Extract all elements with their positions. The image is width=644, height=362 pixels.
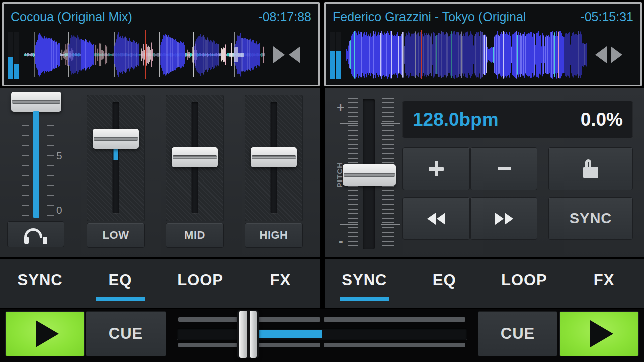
eq-high-slider-handle[interactable] [251,147,297,167]
vu-fill [14,64,19,79]
eq-slider-panel [166,95,224,221]
eq-low-group: LOW [87,95,145,251]
volume-fader-handle[interactable] [11,92,61,112]
eq-high-group: HIGH [245,95,303,251]
fast-forward-icon [495,213,513,225]
tabbar-left: SYNC EQ LOOP FX [0,259,320,308]
cue-button-left[interactable]: CUE [86,311,166,356]
crossfader-handle[interactable] [237,310,259,358]
fader-ticks [47,125,54,216]
tab-label: SYNC [18,271,63,289]
pitch-label: PITCH [325,160,355,190]
pitch-long-tick [381,123,400,124]
vu-bar [14,32,19,79]
sync-button[interactable]: SYNC [548,197,633,240]
arrow-left-icon [289,46,300,63]
bpm-value: 128.0bpm [413,109,499,130]
vu-meter-left [8,32,19,79]
active-tab-underline [340,297,389,301]
playhead-left [145,30,146,79]
deck-left: Cocoua (Original Mix) -08:17:88 [2,2,320,86]
waveform-zoom-out-arrows-icon[interactable] [595,46,622,63]
pitch-fader-handle[interactable]: PITCH [343,164,396,186]
tab-eq-right[interactable]: EQ [405,259,485,308]
eq-low-label-button[interactable]: LOW [87,223,145,248]
waveform-zoom-plus-icon[interactable] [229,47,244,62]
vu-fill [330,51,335,79]
tab-fx-left[interactable]: FX [240,259,320,308]
active-tab-underline [96,297,145,301]
scale-label-5: 5 [56,150,62,162]
tab-label: SYNC [342,271,387,289]
pitch-long-tick [381,224,400,225]
crossfader-track [177,328,467,340]
eq-mid-slider-handle[interactable] [172,147,218,167]
tab-label: EQ [108,271,132,289]
pitch-percent-value: 0.0% [581,109,623,130]
vu-fill [336,51,341,79]
headphone-cue-button[interactable] [7,221,64,247]
tab-loop-left[interactable]: LOOP [160,259,240,308]
eq-slider-panel [245,95,303,221]
scale-label-0: 0 [56,204,62,216]
tab-label: LOOP [501,271,547,289]
pitch-long-tick [340,224,358,225]
pitch-bend-plus-button[interactable] [403,147,470,190]
time-remaining-right: -05:15:31 [580,10,633,24]
vu-fill [8,57,13,79]
tab-label: EQ [433,271,456,289]
arrow-right-icon [611,46,622,63]
tab-sync-right[interactable]: SYNC [325,259,405,308]
pitch-minus-sign: - [339,233,343,249]
vu-meter-right [330,32,341,79]
pitch-bend-minus-button[interactable] [470,147,537,190]
pitch-fader-column: + - PITCH [325,88,405,257]
fast-forward-button[interactable] [470,197,537,240]
waveform-area-right[interactable] [326,29,640,81]
pitch-long-tick [340,123,358,124]
volume-level-indicator [33,111,39,218]
rewind-button[interactable] [403,197,470,240]
arrow-right-icon [273,46,285,63]
bpm-display: 128.0bpm 0.0% [403,101,633,138]
tab-fx-right[interactable]: FX [564,259,644,308]
tab-loop-right[interactable]: LOOP [485,259,565,308]
waveform-right[interactable] [346,30,587,80]
pitch-plus-sign: + [337,100,344,115]
play-icon [36,320,59,347]
time-remaining-left: -08:17:88 [258,10,311,24]
key-lock-button[interactable] [548,147,633,190]
rewind-icon [427,213,445,225]
tab-eq-left[interactable]: EQ [80,259,160,308]
tab-sync-left[interactable]: SYNC [0,259,80,308]
transport-bar: CUE CUE [0,309,644,362]
eq-mid-group: MID [166,95,224,251]
eq-panel-left: 5 0 LOW MID [0,88,320,257]
track-title-right: Federico Grazzini - Tokyo (Original [333,10,526,24]
fader-ticks [22,125,29,216]
arrow-left-icon [595,46,607,63]
eq-mid-label-button[interactable]: MID [166,223,224,248]
deck-right-header: Federico Grazzini - Tokyo (Original -05:… [326,4,640,24]
track-title-left: Cocoua (Original Mix) [11,10,132,24]
crossfader[interactable] [171,309,473,362]
play-button-left[interactable] [5,311,85,356]
volume-fader-column: 5 0 [0,88,75,257]
vu-bar [8,32,13,79]
crossfader-rail [324,343,465,347]
eq-slider-panel [87,95,145,221]
eq-high-label-button[interactable]: HIGH [245,223,303,248]
crossfader-rail [324,317,465,322]
play-icon [590,320,613,347]
waveform-area-left[interactable] [4,29,318,81]
play-button-right[interactable] [559,311,639,356]
eq-low-slider-handle[interactable] [93,129,139,149]
tab-label: LOOP [177,271,223,289]
cue-button-right[interactable]: CUE [478,311,557,356]
playhead-right [421,30,422,79]
lock-icon [582,159,599,178]
headphones-icon [24,228,47,245]
vu-bar [330,32,335,79]
eq-slider-fill [114,148,118,160]
waveform-zoom-in-arrows-icon[interactable] [273,46,300,63]
